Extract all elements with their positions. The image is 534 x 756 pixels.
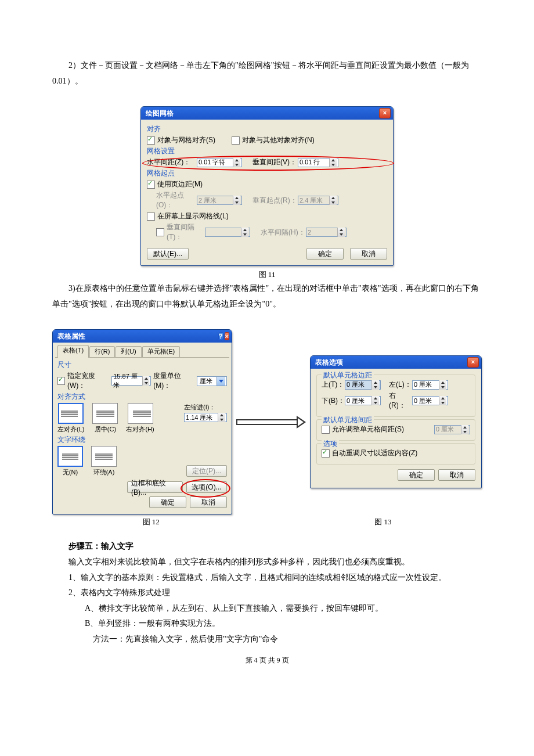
checkbox-v-interval [156,228,164,236]
tab-cell[interactable]: 单元格(E) [142,346,181,357]
position-button: 定位(P)... [186,465,227,477]
tab-table[interactable]: 表格(T) [57,345,89,357]
option-align-right[interactable]: 右对齐(H) [126,403,154,434]
page-footer: 第 4 页 共 9 页 [0,656,534,665]
label-h-origin: 水平起点(O)： [156,190,197,210]
help-icon[interactable]: ? [218,332,223,340]
paragraph-intro: 输入文字相对来说比较简单，但文字在表格内的排列形式多种多样，因此我们也必须高度重… [52,555,482,570]
input-v-spacing[interactable]: 0.01 行 [298,158,338,167]
group-options: 选项 自动重调尺寸以适应内容(Z) [316,443,475,465]
label-use-margins: 使用页边距(M) [157,179,203,189]
group-default-spacing: 默认单元格间距 允许调整单元格间距(S) 0 厘米 [316,419,475,441]
section-alignment: 对齐方式 [57,392,227,402]
figure-caption-11: 图 11 [52,269,482,280]
input-h-origin: 2 厘米 [197,196,242,205]
dialog-title: 表格属性 [57,332,85,341]
label-snap-to-grid: 对象与网格对齐(S) [157,135,215,145]
option-align-center[interactable]: 居中(C) [92,403,118,434]
label-h-interval: 水平间隔(H)： [261,228,306,237]
heading-step5: 步骤五：输入文字 [52,539,482,555]
options-button[interactable]: 选项(O)... [186,481,227,493]
option-wrap-none[interactable]: 无(N) [57,446,83,477]
input-margin-right[interactable]: 0 厘米 [412,396,448,405]
label-right: 右(R)： [389,391,412,411]
cancel-button[interactable]: 取消 [438,469,475,481]
paragraph-rule1: 1、输入文字的基本原则：先设置格式，后输入文字，且格式相同的连续或相邻区域的格式… [52,570,482,586]
paragraph-step3: 3)在原表格中的任意位置单击鼠标右键并选择"表格属性"，在出现的对话框中单击"表… [52,281,482,312]
legend-options: 选项 [322,439,339,449]
legend-default-spacing: 默认单元格间距 [322,415,374,425]
input-margin-bottom[interactable]: 0 厘米 [345,396,381,405]
input-margin-top[interactable]: 0 厘米 [345,380,381,390]
label-top: 上(T)： [322,380,345,390]
checkbox-use-margins[interactable] [147,181,155,189]
input-h-spacing[interactable]: 0.01 字符 [197,158,242,167]
label-left: 左(L)： [389,380,412,390]
tabstrip: 表格(T) 行(R) 列(U) 单元格(E) [55,345,229,358]
label-allow-spacing: 允许调整单元格间距(S) [332,424,404,434]
input-v-interval [205,228,250,237]
arrow-icon [236,418,306,426]
label-indent: 左缩进(I)： [184,403,227,412]
tab-column[interactable]: 列(U) [116,346,141,357]
legend-default-margin: 默认单元格边距 [322,370,374,380]
ok-button[interactable]: 确定 [149,496,186,508]
section-grid-origin: 网格起点 [147,168,387,178]
checkbox-show-gridlines[interactable] [147,213,155,221]
close-icon[interactable]: × [379,108,391,118]
cancel-button[interactable]: 取消 [350,248,387,260]
default-button[interactable]: 默认(E)... [147,248,189,260]
tab-row[interactable]: 行(R) [89,346,115,357]
dialog-title: 绘图网格 [146,109,174,118]
checkbox-auto-resize[interactable] [322,449,330,458]
paragraph-rule2: 2、表格内文字特殊形式处理 [52,585,482,601]
input-width[interactable]: 15.87 厘米 [111,376,151,386]
checkbox-allow-spacing[interactable] [322,426,330,434]
paragraph-rule2b: B、单列竖排：一般有两种实现方法。 [52,616,482,632]
label-snap-to-objects: 对象与其他对象对齐(N) [242,135,315,145]
section-wrap: 文字环绕 [57,435,227,445]
label-bottom: 下(B)： [322,396,345,406]
input-v-origin: 2.4 厘米 [298,196,338,205]
dialog-drawing-grid: 绘图网格 × 对齐 对象与网格对齐(S) 对象与其他对象对齐(N) 网格设置 水… [140,106,394,266]
dialog-table-properties: 表格属性 ?× 表格(T) 行(R) 列(U) 单元格(E) 尺寸 [52,329,232,514]
close-icon[interactable]: × [225,332,229,340]
label-unit: 度量单位(M)： [153,371,194,391]
label-auto-resize: 自动重调尺寸以适应内容(Z) [332,448,417,458]
ok-button[interactable]: 确定 [398,469,435,481]
combo-unit[interactable]: 厘米 [197,376,227,386]
section-grid-settings: 网格设置 [147,146,387,156]
label-h-spacing: 水平间距(Z)： [147,157,197,167]
input-indent[interactable]: 1.14 厘米 [184,413,227,422]
paragraph-step2: 2）文件－页面设置－文档网络－单击左下角的"绘图网格"按钮－将水平间距与垂直间距… [52,58,482,89]
section-align: 对齐 [147,124,387,134]
ok-button[interactable]: 确定 [306,248,344,260]
option-align-left[interactable]: 左对齐(L) [57,403,84,434]
option-wrap-around[interactable]: 环绕(A) [91,446,117,477]
figure-caption-12: 图 12 [52,517,250,527]
checkbox-specify-width[interactable] [57,377,65,385]
input-cell-spacing: 0 厘米 [434,425,470,434]
input-h-interval: 2 [306,228,347,237]
label-v-interval: 垂直间隔(T)： [167,222,205,242]
paragraph-rule2b1: 方法一：先直接输入文字，然后使用"文字方向"命令 [52,632,482,647]
label-specify-width: 指定宽度(W)： [67,371,109,391]
figure-caption-13: 图 13 [284,517,482,527]
checkbox-snap-to-objects[interactable] [232,136,240,145]
close-icon[interactable]: × [467,357,479,368]
input-margin-left[interactable]: 0 厘米 [412,380,448,390]
label-v-origin: 垂直起点(R)： [252,196,298,206]
dialog-table-options: 表格选项 × 默认单元格边距 上(T)： 0 厘米 左(L)： [310,355,482,488]
cancel-button[interactable]: 取消 [190,496,227,508]
section-size: 尺寸 [57,360,227,370]
paragraph-rule2a: A、横排文字比较简单，从左到右、从上到下直接输入，需要换行，按回车键即可。 [52,601,482,617]
dialog-title: 表格选项 [315,358,343,368]
checkbox-snap-to-grid[interactable] [147,136,155,145]
label-v-spacing: 垂直间距(V)： [252,157,298,167]
label-show-gridlines: 在屏幕上显示网格线(L) [157,211,229,221]
group-default-margin: 默认单元格边距 上(T)： 0 厘米 左(L)： 0 厘米 [316,375,475,417]
border-shading-button[interactable]: 边框和底纹(B)... [127,481,183,493]
